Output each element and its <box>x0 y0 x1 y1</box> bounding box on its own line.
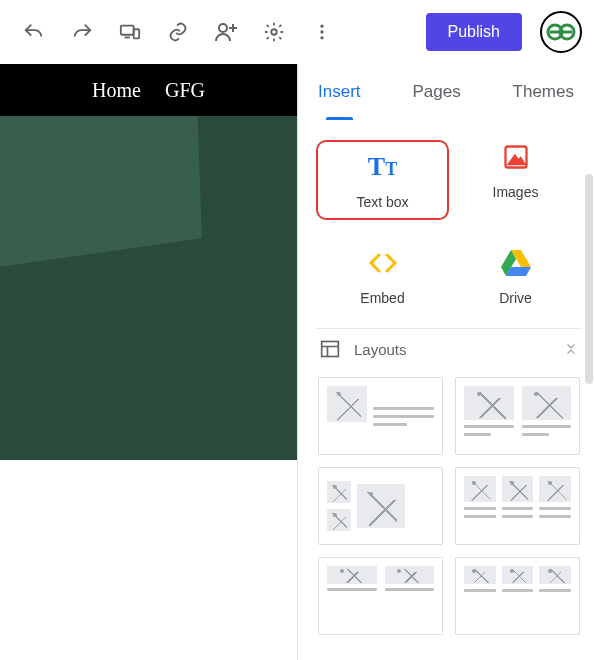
undo-button[interactable] <box>12 10 56 54</box>
profile-avatar[interactable] <box>540 11 582 53</box>
svg-point-3 <box>271 29 277 35</box>
layout-option[interactable] <box>455 557 580 635</box>
layouts-icon <box>320 339 340 359</box>
editor-toolbar: Publish <box>0 0 594 64</box>
layouts-grid <box>316 369 582 643</box>
layouts-section-header[interactable]: Layouts <box>316 328 582 369</box>
site-hero[interactable] <box>0 116 297 460</box>
site-canvas[interactable]: Home GFG <box>0 64 297 660</box>
svg-rect-1 <box>134 29 140 38</box>
insert-embed[interactable]: Embed <box>316 246 449 306</box>
nav-link-gfg[interactable]: GFG <box>165 79 205 102</box>
layouts-label: Layouts <box>354 341 407 358</box>
svg-point-4 <box>320 25 323 28</box>
insert-embed-label: Embed <box>360 290 404 306</box>
insert-images-label: Images <box>493 184 539 200</box>
embed-icon <box>368 252 398 274</box>
layout-option[interactable] <box>318 467 443 545</box>
insert-text-box-label: Text box <box>356 194 408 210</box>
side-tabs: Insert Pages Themes <box>298 64 594 118</box>
svg-rect-0 <box>121 26 134 35</box>
side-panel: Insert Pages Themes TT Text box Images <box>297 64 594 660</box>
svg-rect-11 <box>322 342 339 357</box>
svg-point-2 <box>219 24 227 32</box>
insert-text-box[interactable]: TT Text box <box>316 140 449 220</box>
settings-button[interactable] <box>252 10 296 54</box>
redo-button[interactable] <box>60 10 104 54</box>
panel-scrollbar[interactable] <box>585 174 593 660</box>
layout-option[interactable] <box>455 377 580 455</box>
link-button[interactable] <box>156 10 200 54</box>
layout-option[interactable] <box>318 377 443 455</box>
tab-insert[interactable]: Insert <box>318 82 361 118</box>
drive-icon <box>501 250 531 276</box>
nav-link-home[interactable]: Home <box>92 79 141 102</box>
tab-themes[interactable]: Themes <box>513 82 574 118</box>
site-navbar: Home GFG <box>0 64 297 116</box>
device-preview-button[interactable] <box>108 10 152 54</box>
svg-point-5 <box>320 30 323 33</box>
tab-pages[interactable]: Pages <box>412 82 460 118</box>
svg-point-6 <box>320 36 323 39</box>
more-button[interactable] <box>300 10 344 54</box>
collapse-icon[interactable] <box>564 342 578 356</box>
layout-option[interactable] <box>318 557 443 635</box>
layout-option[interactable] <box>455 467 580 545</box>
publish-button[interactable]: Publish <box>426 13 522 51</box>
share-button[interactable] <box>204 10 248 54</box>
svg-rect-9 <box>550 31 572 34</box>
insert-drive-label: Drive <box>499 290 532 306</box>
text-box-icon: TT <box>368 152 397 182</box>
gfg-logo-icon <box>546 22 576 42</box>
insert-images[interactable]: Images <box>449 140 582 220</box>
image-icon <box>502 143 530 171</box>
insert-drive[interactable]: Drive <box>449 246 582 306</box>
insert-grid: TT Text box Images Embed <box>316 140 582 306</box>
